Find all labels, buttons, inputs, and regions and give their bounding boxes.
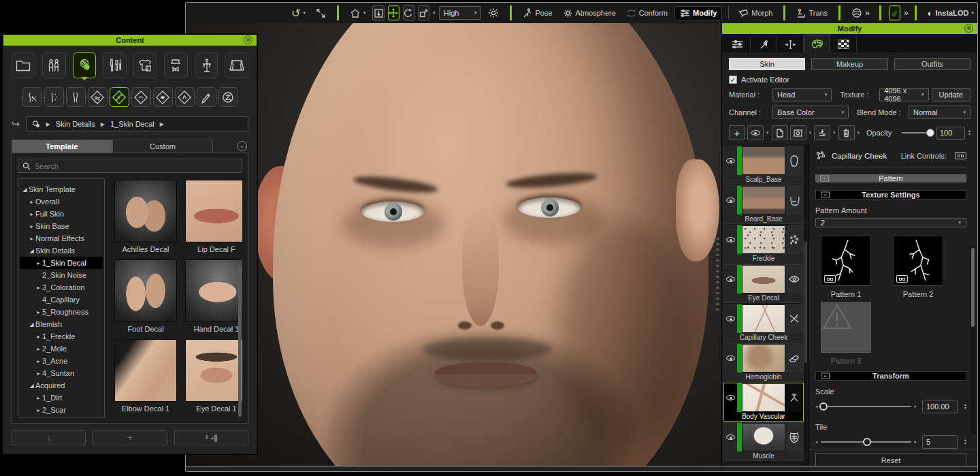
texture-settings-header[interactable]: − Texture Settings: [815, 190, 966, 200]
tile-spinner[interactable]: ▴▾: [964, 439, 966, 445]
tree-item[interactable]: ▸Full Skin: [20, 208, 103, 220]
bake-button[interactable]: [814, 125, 830, 140]
layer-item-selected[interactable]: Body Vascular: [723, 383, 804, 422]
close-icon[interactable]: ⊗: [244, 35, 252, 44]
tile-slider-handle[interactable]: [863, 438, 871, 446]
character-gender-button[interactable]: ♂: [889, 5, 900, 20]
tab-accessory[interactable]: [164, 52, 188, 78]
reset-button[interactable]: Reset: [815, 453, 966, 466]
tab-character[interactable]: [42, 52, 66, 78]
breadcrumb-level2[interactable]: 1_Skin Decal: [110, 120, 154, 128]
scale-slider-handle[interactable]: [819, 402, 828, 411]
lighting-button[interactable]: [485, 6, 502, 20]
tab-project[interactable]: [12, 52, 35, 78]
scale-slider[interactable]: ◂▸: [815, 402, 917, 411]
tab-template[interactable]: Template: [12, 140, 112, 153]
pattern-section-header[interactable]: − Pattern: [815, 174, 966, 183]
add-content-button[interactable]: +: [93, 430, 167, 445]
tree-item[interactable]: ▸3_Acne: [20, 355, 103, 367]
asset-item[interactable]: Achilles Decal: [114, 180, 177, 253]
tree-item-selected[interactable]: ▸1_Skin Decal: [20, 257, 103, 269]
tab-stage[interactable]: [225, 52, 248, 78]
collapse-icon[interactable]: −: [821, 192, 830, 198]
tab-skin-editor[interactable]: [804, 35, 830, 52]
tree-item[interactable]: ▸Normal Effects: [20, 232, 103, 244]
modify-button[interactable]: Modify: [674, 6, 722, 20]
asset-item[interactable]: Eye Decal 1: [185, 339, 242, 413]
skin-button[interactable]: Skin: [729, 58, 805, 70]
mask-button[interactable]: [790, 125, 806, 140]
search-box[interactable]: [18, 159, 242, 173]
tree-item[interactable]: ◢Skin Details: [20, 244, 103, 257]
layer-visibility-toggle[interactable]: [724, 423, 737, 451]
layer-visibility-toggle[interactable]: [724, 146, 737, 175]
tree-item[interactable]: ▸1_Freckle: [20, 330, 103, 343]
tree-item[interactable]: ▸4_Suntan: [20, 367, 103, 379]
tree-item[interactable]: 4_Capillary: [20, 293, 103, 306]
layer-visibility-toggle[interactable]: [724, 344, 737, 372]
tab-cloth[interactable]: [133, 52, 157, 78]
subtab-layer-waves[interactable]: [88, 87, 108, 107]
tree-item[interactable]: ▸Overall: [20, 195, 103, 208]
fullscreen-button[interactable]: [312, 7, 329, 20]
subtab-layer-decal[interactable]: [110, 87, 129, 107]
subtab-layer-flame[interactable]: [175, 87, 195, 107]
asset-thumbnail[interactable]: [114, 339, 177, 402]
asset-thumbnail[interactable]: [114, 259, 177, 322]
opacity-spinner[interactable]: ▴▾: [968, 129, 970, 136]
tree-item[interactable]: ◢Blemish: [20, 318, 103, 330]
thumbnail-scrollbar[interactable]: [238, 266, 242, 417]
quality-select[interactable]: High▾: [439, 6, 482, 20]
tree-item[interactable]: ▸1_Dirt: [20, 392, 103, 404]
tree-item[interactable]: ▸3_Coloration: [20, 281, 103, 293]
subtab-body-wand[interactable]: [22, 87, 42, 107]
pose-button[interactable]: Pose: [519, 7, 555, 19]
atmosphere-button[interactable]: Atmosphere: [559, 7, 619, 20]
layer-item[interactable]: Freckle: [723, 225, 804, 264]
blend-mode-select[interactable]: Normal▾: [909, 106, 970, 119]
subtab-body-detail[interactable]: [44, 87, 64, 107]
scale-tool-caret[interactable]: ▾: [433, 10, 436, 16]
tab-proportion[interactable]: [777, 36, 804, 52]
layer-visibility-toggle[interactable]: [724, 383, 737, 412]
tab-skin[interactable]: [73, 52, 97, 78]
transform-section-header[interactable]: − Transform: [815, 371, 966, 381]
layer-item[interactable]: Beard_Base: [723, 185, 804, 224]
layer-visibility-toggle[interactable]: [724, 186, 737, 215]
opacity-slider-handle[interactable]: [926, 129, 934, 137]
pivot-button[interactable]: [372, 5, 384, 20]
layer-visibility-toggle[interactable]: [724, 265, 737, 293]
scale-value-box[interactable]: 100.00: [922, 400, 958, 413]
update-button[interactable]: Update: [932, 88, 970, 101]
collapse-icon[interactable]: −: [821, 373, 830, 379]
subtab-physics[interactable]: [218, 87, 238, 107]
breadcrumb[interactable]: ▶ Skin Details ▶ 1_Skin Decal ▶: [26, 116, 248, 131]
layer-item[interactable]: Capillary Cheek: [723, 304, 804, 343]
asset-thumbnail[interactable]: [114, 180, 177, 242]
outfits-button[interactable]: Outfits: [894, 58, 970, 70]
activate-editor-checkbox[interactable]: ✓: [729, 76, 737, 84]
add-layer-button[interactable]: +: [729, 125, 745, 140]
download-button[interactable]: ↓: [12, 430, 86, 445]
tree-item[interactable]: ▸5_Roughness: [20, 306, 103, 318]
layer-item[interactable]: Eye Decal: [723, 264, 804, 303]
tree-item[interactable]: ▸2_Mole: [20, 343, 103, 355]
tree-item[interactable]: ▸Skin Base: [20, 220, 103, 232]
tile-slider[interactable]: ◂▸: [815, 438, 917, 446]
pattern-thumbnail[interactable]: [893, 236, 943, 286]
morph-button[interactable]: Morph: [735, 7, 776, 19]
tree-item[interactable]: ▸3_Tattoo: [20, 416, 103, 417]
visibility-button[interactable]: [747, 125, 764, 140]
tree-item[interactable]: ◢Acquired: [20, 379, 103, 392]
layer-item[interactable]: Scalp_Base: [723, 146, 804, 185]
render-button[interactable]: »: [848, 6, 872, 20]
panel-splitter-handle[interactable]: [716, 238, 719, 313]
tab-texture-checker[interactable]: [830, 36, 857, 52]
viewport-3d[interactable]: [186, 23, 721, 466]
tab-makeup[interactable]: [103, 52, 127, 78]
close-icon[interactable]: ⊗: [964, 24, 973, 33]
breadcrumb-level1[interactable]: Skin Details: [56, 120, 95, 128]
subtab-pen[interactable]: [197, 87, 216, 107]
move-tool-button[interactable]: [388, 5, 399, 20]
layer-item[interactable]: Hemoglobin: [723, 343, 804, 382]
